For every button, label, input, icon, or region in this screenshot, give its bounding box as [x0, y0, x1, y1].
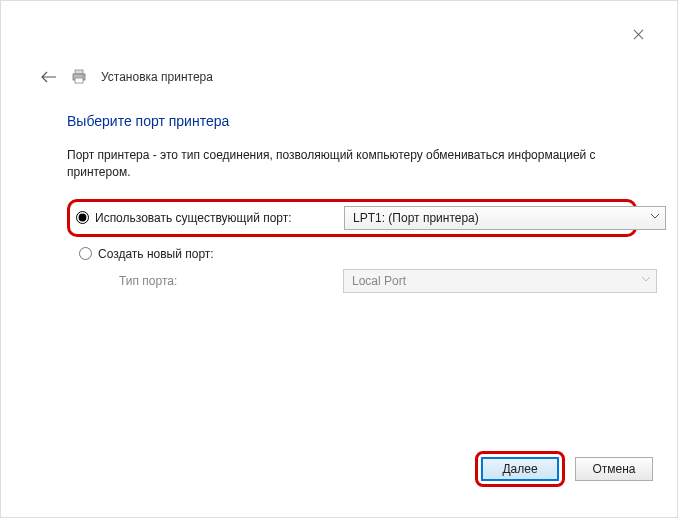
content-area: Выберите порт принтера Порт принтера - э… [67, 113, 637, 293]
svg-rect-2 [75, 78, 83, 83]
highlight-next-button: Далее [475, 451, 565, 487]
back-arrow-icon[interactable] [41, 69, 57, 85]
svg-rect-0 [75, 70, 83, 74]
port-type-label: Тип порта: [79, 274, 335, 288]
radio-use-existing-input[interactable] [76, 211, 89, 224]
highlight-existing-port: Использовать существующий порт: LPT1: (П… [67, 199, 637, 237]
radio-create-new[interactable]: Создать новый порт: [79, 247, 214, 261]
chevron-down-icon [651, 214, 659, 222]
radio-create-new-label: Создать новый порт: [98, 247, 214, 261]
radio-use-existing[interactable]: Использовать существующий порт: [76, 211, 336, 225]
window-title: Установка принтера [101, 70, 213, 84]
page-description: Порт принтера - это тип соединения, позв… [67, 147, 627, 181]
port-type-value: Local Port [352, 274, 406, 288]
chevron-down-icon [642, 277, 650, 285]
port-type-select: Local Port [343, 269, 657, 293]
existing-port-value: LPT1: (Порт принтера) [353, 211, 479, 225]
dialog-header: Установка принтера [41, 69, 213, 85]
printer-icon [71, 69, 87, 85]
next-button[interactable]: Далее [481, 457, 559, 481]
dialog-footer: Далее Отмена [475, 451, 653, 487]
close-icon[interactable] [633, 29, 645, 41]
port-type-row: Тип порта: Local Port [67, 269, 657, 293]
dialog-window: Установка принтера Выберите порт принтер… [1, 1, 677, 517]
svg-point-3 [82, 75, 84, 77]
cancel-button[interactable]: Отмена [575, 457, 653, 481]
page-title: Выберите порт принтера [67, 113, 637, 129]
existing-port-select[interactable]: LPT1: (Порт принтера) [344, 206, 666, 230]
option-create-new-row: Создать новый порт: [67, 247, 657, 261]
radio-use-existing-label: Использовать существующий порт: [95, 211, 292, 225]
option-use-existing-row: Использовать существующий порт: LPT1: (П… [76, 206, 666, 230]
radio-create-new-input[interactable] [79, 247, 92, 260]
